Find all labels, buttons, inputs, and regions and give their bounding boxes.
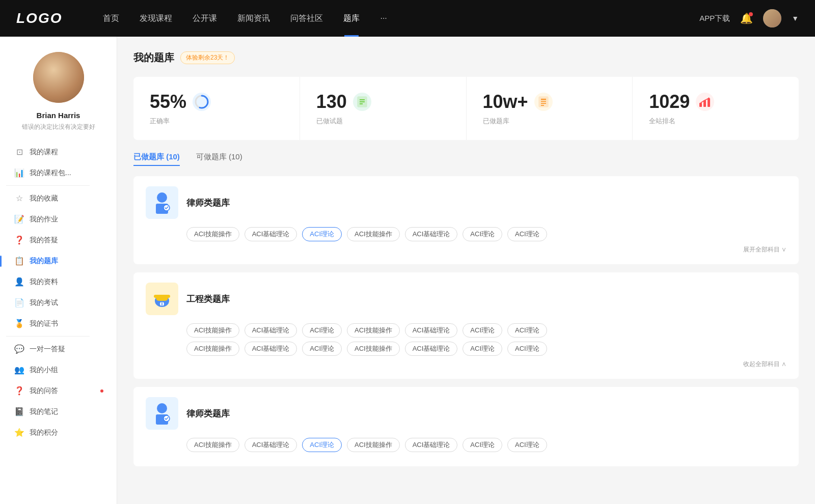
tag[interactable]: ACI理论: [507, 227, 547, 241]
sidebar-item-courses[interactable]: ⊡ 我的课程: [6, 142, 111, 162]
user-avatar-nav[interactable]: [763, 9, 781, 27]
tag[interactable]: ACI理论: [302, 342, 342, 356]
nav-more[interactable]: ···: [370, 0, 397, 37]
tag[interactable]: ACI技能操作: [347, 342, 400, 356]
divider: [6, 185, 90, 186]
qbank-tags-engineer-row1: ACI技能操作 ACI基础理论 ACI理论 ACI技能操作 ACI基础理论 AC…: [186, 323, 786, 338]
sidebar-item-exam[interactable]: 📄 我的考试: [6, 292, 111, 313]
tag[interactable]: ACI理论: [507, 342, 547, 356]
app-download-button[interactable]: APP下载: [699, 14, 730, 23]
sidebar-item-questions[interactable]: ❓ 我的答疑: [6, 230, 111, 250]
sidebar-item-label: 我的问答: [30, 386, 58, 396]
nav-qa[interactable]: 问答社区: [280, 0, 333, 37]
tag[interactable]: ACI技能操作: [347, 227, 400, 241]
sidebar-item-qbank[interactable]: 📋 我的题库: [6, 250, 111, 271]
tag[interactable]: ACI基础理论: [244, 438, 297, 452]
tag[interactable]: ACI理论: [507, 323, 547, 338]
qbank-tags-engineer-row2: ACI技能操作 ACI基础理论 ACI理论 ACI技能操作 ACI基础理论 AC…: [186, 342, 786, 356]
stats-row: 55% 正确率 130: [133, 77, 799, 140]
page-title: 我的题库: [133, 51, 174, 65]
svg-point-23: [157, 403, 167, 413]
sidebar-item-label: 我的考试: [30, 298, 58, 307]
sidebar-item-tutoring[interactable]: 💬 一对一答疑: [6, 339, 111, 359]
tag[interactable]: ACI技能操作: [347, 438, 400, 452]
qbank-icon: 📋: [14, 256, 24, 266]
stat-rank: 1029 全站排名: [633, 77, 799, 140]
tag-active[interactable]: ACI理论: [302, 438, 342, 452]
stat-done-questions-label: 已做试题: [316, 117, 450, 126]
rank-icon: [696, 93, 714, 111]
tag[interactable]: ACI基础理论: [244, 227, 297, 241]
nav-news[interactable]: 新闻资讯: [227, 0, 280, 37]
sidebar-item-my-qa[interactable]: ❓ 我的问答: [6, 380, 111, 401]
tag[interactable]: ACI基础理论: [405, 323, 458, 338]
notification-bell[interactable]: 🔔: [740, 12, 753, 24]
profile-icon: 👤: [14, 277, 24, 287]
qbank-title-lawyer-1: 律师类题库: [186, 197, 230, 209]
svg-rect-20: [154, 295, 170, 298]
stat-done-banks: 10w+ 已做题库: [467, 77, 633, 140]
stat-accuracy-value: 55%: [150, 91, 186, 113]
tag[interactable]: ACI基础理论: [244, 342, 297, 356]
tag[interactable]: ACI技能操作: [347, 323, 400, 338]
group-icon: 👥: [14, 365, 24, 375]
exam-icon: 📄: [14, 298, 24, 307]
tag[interactable]: ACI技能操作: [186, 323, 239, 338]
tag[interactable]: ACI理论: [302, 323, 342, 338]
tag[interactable]: ACI基础理论: [405, 438, 458, 452]
certificate-icon: 🏅: [14, 319, 24, 328]
tag[interactable]: ACI基础理论: [244, 323, 297, 338]
collapse-button-engineer[interactable]: 收起全部科目 ∧: [146, 360, 786, 369]
tag[interactable]: ACI理论: [463, 438, 502, 452]
nav-open-course[interactable]: 公开课: [182, 0, 227, 37]
qbank-title-engineer: 工程类题库: [186, 293, 230, 305]
unread-dot: [100, 389, 103, 393]
sidebar-item-label: 我的作业: [30, 215, 58, 224]
chevron-down-icon[interactable]: ▼: [792, 14, 799, 22]
user-name: Brian Harris: [37, 111, 80, 120]
homework-icon: 📝: [14, 214, 24, 224]
sidebar-item-label: 我的课程: [30, 148, 58, 157]
sidebar-item-notes[interactable]: 📓 我的笔记: [6, 401, 111, 422]
tab-available-banks[interactable]: 可做题库 (10): [196, 152, 242, 166]
my-qa-icon: ❓: [14, 386, 24, 396]
sidebar-menu: ⊡ 我的课程 📊 我的课程包... ☆ 我的收藏 📝 我的作业 ❓ 我的答疑 📋: [0, 142, 117, 443]
tag[interactable]: ACI理论: [463, 342, 502, 356]
tag[interactable]: ACI理论: [507, 438, 547, 452]
tabs-row: 已做题库 (10) 可做题库 (10): [133, 152, 799, 166]
tab-done-banks[interactable]: 已做题库 (10): [133, 152, 180, 166]
qbank-tags-lawyer-1: ACI技能操作 ACI基础理论 ACI理论 ACI技能操作 ACI基础理论 AC…: [186, 227, 786, 241]
sidebar-item-label: 我的课程包...: [30, 169, 71, 178]
user-motto: 错误的决定比没有决定要好: [22, 123, 95, 131]
tag[interactable]: ACI技能操作: [186, 438, 239, 452]
nav-qbank[interactable]: 题库: [333, 0, 370, 37]
sidebar-item-certificate[interactable]: 🏅 我的证书: [6, 313, 111, 334]
tag[interactable]: ACI理论: [463, 227, 502, 241]
expand-button-lawyer-1[interactable]: 展开全部科目 ∨: [146, 245, 786, 254]
logo[interactable]: LOGO: [16, 10, 62, 26]
sidebar-item-label: 我的笔记: [30, 407, 58, 416]
sidebar-item-course-package[interactable]: 📊 我的课程包...: [6, 162, 111, 183]
tag[interactable]: ACI理论: [463, 323, 502, 338]
nav-home[interactable]: 首页: [93, 0, 129, 37]
sidebar-item-label: 我的题库: [30, 257, 58, 266]
sidebar-item-favorites[interactable]: ☆ 我的收藏: [6, 188, 111, 209]
question-icon: ❓: [14, 235, 24, 245]
sidebar-item-group[interactable]: 👥 我的小组: [6, 359, 111, 380]
stat-rank-value: 1029: [649, 91, 690, 113]
sidebar-item-points[interactable]: ⭐ 我的积分: [6, 422, 111, 443]
page-header: 我的题库 体验剩余23天！: [133, 51, 799, 65]
sidebar: Brian Harris 错误的决定比没有决定要好 ⊡ 我的课程 📊 我的课程包…: [0, 37, 117, 504]
sidebar-item-label: 一对一答疑: [30, 345, 65, 354]
qbank-card-header: 律师类题库: [146, 397, 786, 430]
sidebar-item-homework[interactable]: 📝 我的作业: [6, 209, 111, 230]
avatar-image: [763, 9, 781, 27]
nav-discover[interactable]: 发现课程: [129, 0, 182, 37]
tag[interactable]: ACI基础理论: [405, 227, 458, 241]
sidebar-item-profile[interactable]: 👤 我的资料: [6, 271, 111, 292]
tag[interactable]: ACI基础理论: [405, 342, 458, 356]
sidebar-item-label: 我的证书: [30, 319, 58, 328]
tag[interactable]: ACI技能操作: [186, 342, 239, 356]
tag-active[interactable]: ACI理论: [302, 227, 342, 241]
tag[interactable]: ACI技能操作: [186, 227, 239, 241]
